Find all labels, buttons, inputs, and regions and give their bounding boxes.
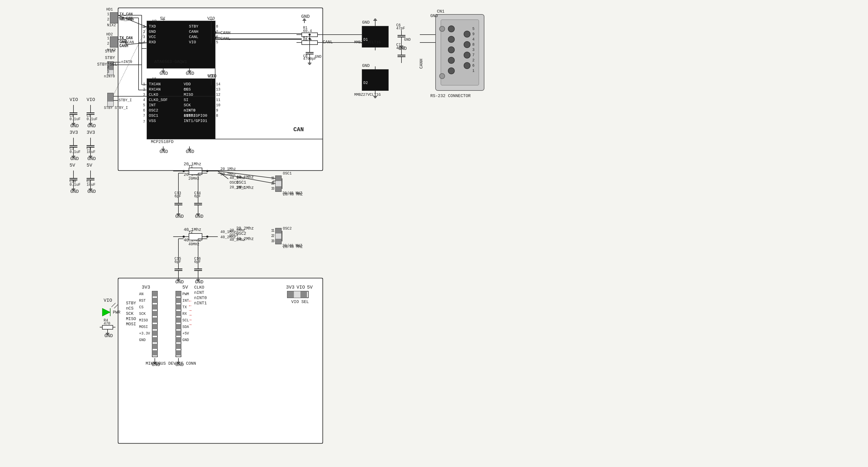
svg-text:6: 6 [143, 108, 145, 113]
svg-text:VIO: VIO [69, 97, 78, 102]
svg-text:GND: GND [362, 20, 370, 25]
svg-point-254 [464, 52, 470, 58]
svg-text:GND: GND [362, 63, 370, 68]
svg-text:nCS: nCS [184, 87, 191, 92]
svg-text:STBY: STBY [126, 301, 136, 306]
svg-rect-405 [176, 337, 181, 342]
svg-point-257 [439, 73, 445, 79]
svg-text:3: 3 [143, 35, 145, 39]
svg-text:47pF: 47pF [396, 26, 405, 30]
svg-text:GND: GND [104, 333, 113, 338]
svg-rect-376 [152, 311, 157, 316]
svg-text:→: → [189, 313, 191, 318]
svg-text:VIO: VIO [104, 298, 112, 303]
svg-text:3V3: 3V3 [87, 130, 95, 135]
svg-text:GND: GND [87, 156, 96, 161]
svg-point-249 [448, 47, 455, 53]
svg-text:Y2: Y2 [188, 230, 193, 234]
svg-rect-380 [152, 337, 157, 342]
svg-rect-436 [287, 291, 294, 298]
schematic-canvas: TXD GND VCC RXD STBY CANH CANL VIO ATA65… [0, 0, 868, 467]
svg-text:6pF: 6pF [175, 194, 181, 198]
svg-text:VIO: VIO [87, 97, 95, 102]
svg-text:TXCAN: TXCAN [149, 82, 161, 87]
svg-text:6: 6 [472, 63, 474, 68]
svg-text:5V: 5V [69, 163, 75, 168]
svg-text:4: 4 [472, 37, 474, 41]
svg-text:13: 13 [216, 87, 220, 92]
svg-text:RXCAN: RXCAN [149, 87, 161, 92]
svg-text:3: 3 [472, 48, 474, 52]
svg-text:STBY: STBY [105, 49, 115, 54]
svg-text:SCK: SCK [184, 103, 191, 107]
svg-point-255 [464, 62, 470, 69]
svg-text:nINT0: nINT0 [194, 296, 207, 301]
svg-text:8: 8 [216, 24, 218, 29]
svg-text:20_1Mhz: 20_1Mhz [229, 185, 245, 189]
svg-text:MOSI: MOSI [139, 325, 148, 329]
svg-rect-437 [294, 291, 301, 298]
svg-rect-379 [152, 331, 157, 336]
svg-text:60.4: 60.4 [303, 29, 312, 33]
svg-text:CS: CS [139, 305, 144, 309]
svg-text:5V: 5V [307, 285, 313, 290]
svg-rect-69 [110, 42, 118, 47]
svg-point-536 [309, 38, 311, 40]
svg-text:GND: GND [159, 149, 168, 154]
svg-text:GND: GND [70, 156, 79, 161]
svg-text:GND: GND [315, 55, 321, 59]
svg-text:+5V: +5V [182, 331, 189, 336]
svg-text:SCK: SCK [126, 311, 133, 316]
svg-text:GND: GND [186, 149, 194, 154]
svg-text:0.1uF: 0.1uF [69, 150, 81, 154]
svg-text:7: 7 [216, 30, 218, 34]
svg-rect-60 [110, 18, 118, 23]
svg-text:2: 2 [143, 87, 145, 92]
svg-text:RS-232 CONNECTOR: RS-232 CONNECTOR [430, 94, 471, 98]
svg-text:GND: GND [195, 214, 204, 219]
svg-text:OSC2: OSC2 [149, 108, 158, 113]
svg-text:GND: GND [70, 189, 79, 194]
svg-text:U2: U2 [152, 19, 157, 23]
svg-rect-402 [176, 317, 181, 323]
svg-point-247 [448, 26, 455, 32]
svg-point-251 [448, 68, 455, 74]
svg-text:40_1Mhz: 40_1Mhz [229, 176, 245, 180]
svg-text:STBY: STBY [104, 106, 113, 110]
svg-rect-301 [189, 234, 202, 240]
svg-text:CLKO_SOF: CLKO_SOF [149, 98, 168, 102]
svg-text:1: 1 [271, 228, 273, 233]
svg-rect-374 [152, 298, 157, 303]
svg-text:RST: RST [139, 299, 146, 303]
svg-text:INT1/GPIO1: INT1/GPIO1 [184, 119, 207, 123]
svg-rect-382 [152, 350, 157, 355]
svg-text:MISO: MISO [139, 318, 148, 322]
svg-rect-400 [176, 304, 181, 310]
svg-text:STBY_I: STBY_I [115, 106, 128, 110]
svg-text:6pF: 6pF [194, 260, 201, 264]
svg-rect-358 [102, 325, 113, 329]
svg-text:nINT0: nINT0 [104, 74, 115, 79]
svg-text:←: ← [189, 299, 191, 304]
svg-text:CANL: CANL [189, 35, 198, 39]
svg-text:SDA: SDA [182, 325, 189, 329]
svg-rect-407 [176, 350, 181, 355]
svg-text:ATA6563-GAQW1: ATA6563-GAQW1 [154, 60, 187, 64]
svg-text:nINT: nINT [194, 290, 204, 295]
svg-text:5: 5 [143, 103, 145, 107]
svg-text:470: 470 [104, 321, 110, 325]
svg-text:GND: GND [430, 13, 438, 19]
svg-text:CANH: CANH [419, 59, 424, 69]
svg-text:nCS: nCS [126, 306, 133, 311]
svg-rect-272 [189, 168, 202, 175]
svg-rect-398 [176, 291, 181, 297]
svg-rect-404 [176, 331, 181, 336]
svg-text:3V3: 3V3 [69, 130, 78, 135]
svg-point-252 [464, 31, 470, 37]
svg-text:GND: GND [152, 362, 160, 367]
svg-text:STBY: STBY [105, 56, 115, 60]
svg-text:GND: GND [301, 14, 310, 19]
svg-text:7: 7 [143, 120, 145, 124]
svg-rect-344 [276, 234, 281, 239]
svg-text:5: 5 [216, 40, 218, 44]
